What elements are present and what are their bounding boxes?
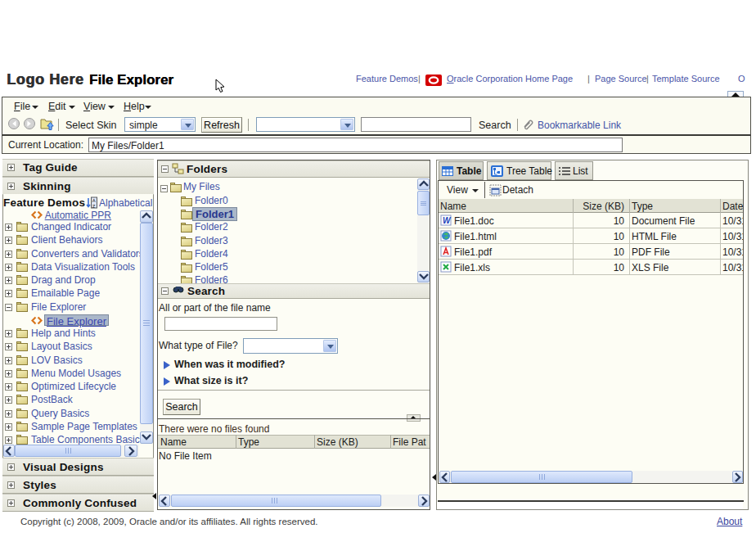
svg-text:W: W xyxy=(443,216,452,225)
svg-text:A: A xyxy=(92,198,96,203)
svg-text:Z: Z xyxy=(92,204,96,209)
